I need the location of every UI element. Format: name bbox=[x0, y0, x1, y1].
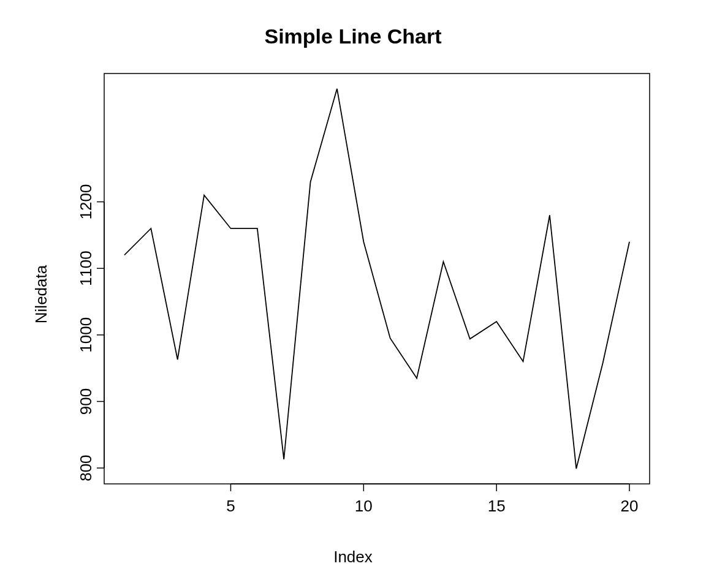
y-ticks-group bbox=[97, 202, 104, 469]
x-ticks-group bbox=[230, 484, 629, 491]
x-tick-labels: 5101520 bbox=[226, 497, 638, 515]
y-tick-label: 900 bbox=[77, 388, 95, 415]
y-tick-label: 800 bbox=[77, 454, 95, 481]
chart-svg: 5101520 800900100011001200 bbox=[0, 0, 706, 588]
x-tick-label: 5 bbox=[226, 497, 235, 515]
x-tick-label: 10 bbox=[355, 497, 373, 515]
x-tick-label: 15 bbox=[488, 497, 506, 515]
data-line bbox=[124, 89, 629, 469]
y-tick-label: 1000 bbox=[77, 317, 95, 353]
plot-border bbox=[104, 74, 650, 484]
y-tick-label: 1200 bbox=[77, 184, 95, 220]
x-tick-label: 20 bbox=[621, 497, 639, 515]
chart-container: Simple Line Chart Niledata Index 5101520… bbox=[0, 0, 706, 588]
y-tick-label: 1100 bbox=[77, 251, 95, 286]
y-tick-labels: 800900100011001200 bbox=[77, 184, 95, 481]
